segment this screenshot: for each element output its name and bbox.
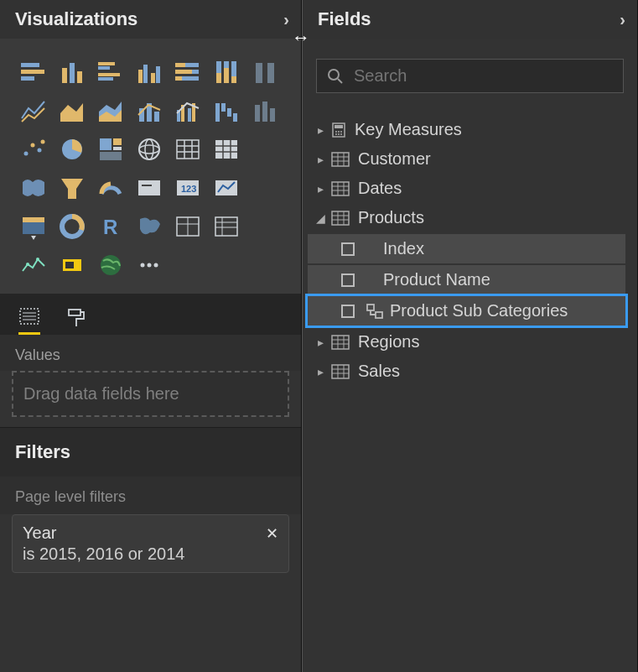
checkbox-icon[interactable]	[341, 273, 355, 287]
field-index[interactable]: Index	[308, 234, 625, 263]
caret-right-icon: ▸	[313, 123, 328, 137]
svg-rect-17	[175, 70, 192, 74]
viz-blank-icon	[248, 133, 282, 166]
svg-rect-7	[98, 66, 110, 70]
table-icon	[331, 152, 350, 167]
viz-area-icon[interactable]	[55, 94, 89, 128]
viz-donut-icon[interactable]	[55, 210, 89, 243]
viz-more-icon[interactable]	[132, 248, 166, 282]
svg-point-54	[139, 139, 159, 159]
viz-filled-map-icon[interactable]	[17, 171, 50, 205]
svg-rect-43	[262, 102, 267, 122]
table-regions[interactable]: ▸ Regions	[308, 327, 630, 357]
svg-rect-52	[113, 147, 122, 150]
search-input-wrap[interactable]	[316, 59, 624, 93]
svg-rect-36	[188, 108, 191, 122]
table-icon	[331, 181, 350, 196]
viz-pie-icon[interactable]	[55, 133, 89, 166]
table-label: Dates	[358, 179, 402, 198]
viz-ribbon-icon[interactable]	[248, 55, 282, 89]
svg-point-98	[329, 70, 339, 80]
svg-rect-50	[100, 138, 112, 150]
visualizations-panel: Visualizations ›	[0, 0, 302, 672]
svg-rect-1	[21, 70, 44, 74]
viz-config-tabs	[0, 294, 301, 335]
viz-waterfall-icon[interactable]	[210, 94, 243, 128]
values-dropzone[interactable]: Drag data fields here	[12, 371, 289, 417]
viz-table-icon[interactable]	[171, 133, 205, 166]
viz-clustered-bar-icon[interactable]	[94, 55, 127, 89]
table-dates[interactable]: ▸ Dates	[308, 174, 630, 203]
viz-kpi-icon[interactable]	[210, 171, 243, 205]
filter-card-year[interactable]: Year ✕ is 2015, 2016 or 2014	[12, 514, 289, 573]
viz-slicer-icon[interactable]	[17, 210, 50, 243]
table-key-measures[interactable]: ▸ Key Measures	[308, 115, 630, 144]
viz-card-icon[interactable]	[132, 171, 166, 205]
viz-line-icon[interactable]	[17, 94, 50, 128]
viz-100-stacked-column-icon[interactable]	[210, 55, 243, 89]
svg-point-102	[335, 131, 337, 133]
svg-rect-101	[335, 125, 343, 128]
viz-shape-map-icon[interactable]	[132, 210, 166, 243]
viz-matrix2-icon[interactable]	[210, 210, 243, 243]
table-customer[interactable]: ▸ Customer	[308, 144, 630, 174]
viz-line-clustered-column-icon[interactable]	[171, 94, 205, 128]
visualizations-collapse-icon[interactable]: ›	[283, 10, 289, 29]
field-product-sub-categories[interactable]: Product Sub Categories	[308, 296, 625, 326]
filter-field-name: Year	[23, 524, 56, 543]
viz-scatter-icon[interactable]	[248, 94, 282, 128]
viz-treemap-icon[interactable]	[94, 133, 127, 166]
svg-rect-44	[270, 108, 275, 122]
viz-r-visual-icon[interactable]: R	[94, 210, 127, 243]
values-label: Values	[0, 335, 301, 371]
svg-text:123: 123	[181, 184, 196, 194]
viz-matrix-icon[interactable]	[210, 133, 243, 166]
checkbox-icon[interactable]	[341, 305, 355, 318]
viz-globe-icon[interactable]	[132, 133, 166, 166]
svg-rect-57	[177, 140, 199, 159]
svg-rect-108	[332, 153, 349, 166]
search-input[interactable]	[354, 66, 613, 86]
svg-rect-53	[100, 152, 122, 160]
field-label: Product Name	[383, 270, 490, 289]
viz-stacked-column-icon[interactable]	[55, 55, 89, 89]
svg-point-92	[154, 263, 158, 268]
svg-rect-9	[98, 77, 113, 81]
fields-tab[interactable]	[18, 299, 40, 335]
fields-tab-icon	[18, 305, 40, 327]
svg-point-105	[335, 133, 337, 135]
caret-right-icon: ▸	[313, 182, 328, 195]
viz-scatter2-icon[interactable]	[17, 133, 50, 166]
viz-arcgis-icon[interactable]	[94, 248, 127, 282]
field-label: Product Sub Categories	[390, 301, 568, 320]
viz-line-stacked-column-icon[interactable]	[132, 94, 166, 128]
svg-rect-62	[215, 140, 237, 159]
remove-filter-icon[interactable]: ✕	[266, 524, 278, 543]
viz-100-stacked-bar-icon[interactable]	[171, 55, 205, 89]
visualizations-title: Visualizations	[15, 8, 137, 30]
viz-gauge-icon[interactable]	[94, 171, 127, 205]
table-products[interactable]: ◢ Products	[308, 203, 630, 232]
svg-rect-38	[215, 103, 220, 122]
viz-decomposition-icon[interactable]	[55, 248, 89, 282]
paint-roller-icon	[65, 307, 87, 329]
checkbox-icon[interactable]	[341, 242, 355, 256]
svg-point-46	[31, 143, 35, 148]
fields-panel: Fields › ▸ Key Measures ▸ Customer ▸	[302, 0, 638, 672]
viz-multi-card-icon[interactable]: 123	[171, 171, 205, 205]
svg-rect-124	[376, 312, 382, 318]
fields-collapse-icon[interactable]: ›	[620, 10, 625, 29]
viz-stacked-area-icon[interactable]	[94, 94, 127, 128]
table-sales[interactable]: ▸ Sales	[308, 357, 630, 386]
visualization-type-grid: 123 R	[0, 39, 301, 294]
viz-key-influencers-icon[interactable]	[17, 248, 50, 282]
format-tab[interactable]	[65, 299, 87, 335]
viz-funnel-icon[interactable]	[55, 171, 89, 205]
table-icon	[331, 364, 350, 379]
svg-rect-8	[98, 73, 120, 76]
field-product-name[interactable]: Product Name	[308, 265, 625, 294]
svg-rect-15	[175, 63, 185, 67]
viz-clustered-column-icon[interactable]	[132, 55, 166, 89]
viz-stacked-bar-icon[interactable]	[17, 55, 50, 89]
viz-table2-icon[interactable]	[171, 210, 205, 243]
